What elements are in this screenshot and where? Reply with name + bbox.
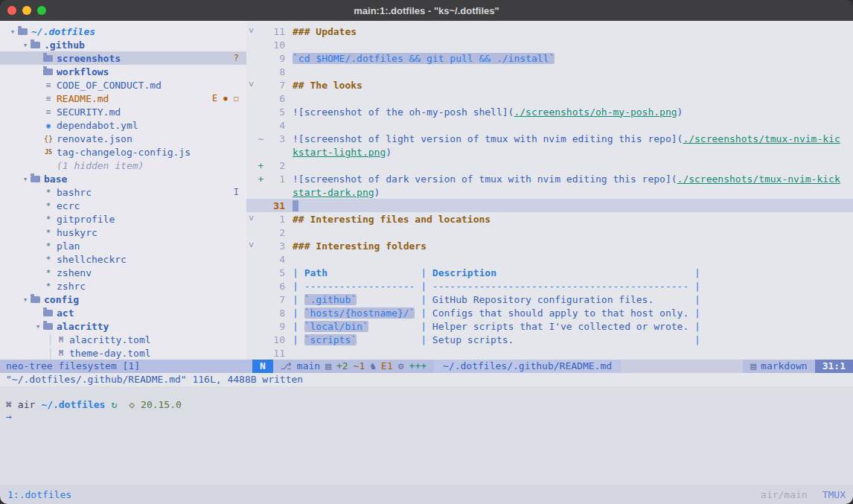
editor-line[interactable]: +2 xyxy=(246,159,853,172)
editor-line[interactable]: ˅7## The looks xyxy=(246,78,853,92)
tree-item-ecrc[interactable]: *ecrc xyxy=(0,199,246,212)
editor-line[interactable]: 2 xyxy=(246,226,853,239)
tree-item-dependabot-yml[interactable]: ◉dependabot.yml xyxy=(0,118,246,132)
zoom-button[interactable] xyxy=(37,6,46,15)
tree-item-zshrc[interactable]: *zshrc xyxy=(0,279,246,293)
tree-item-plan[interactable]: *plan xyxy=(0,239,246,252)
editor-line[interactable]: start-dark.png) xyxy=(246,185,853,199)
fold-open-icon[interactable]: ˅ xyxy=(246,214,256,225)
git-branch-icon: ⎇ xyxy=(281,360,292,373)
tree-item-label: ecrc xyxy=(57,200,80,211)
tree-item-huskyrc[interactable]: *huskyrc xyxy=(0,226,246,239)
editor-line[interactable]: 9`cd $HOME/.dotfiles && git pull && ./in… xyxy=(246,51,853,65)
shell-pane[interactable]: ⌘air~/.dotfiles↻◇20.15.0 → xyxy=(0,386,853,485)
fold-open-icon[interactable]: ˅ xyxy=(246,240,256,252)
folder-icon xyxy=(18,28,28,35)
editor-line[interactable]: ˅3### Interesting folders xyxy=(246,239,853,252)
command-line-message: "~/.dotfiles/.github/README.md" 116L, 44… xyxy=(0,373,853,386)
editor-line[interactable]: ˅11### Updates xyxy=(246,25,853,38)
fold-open-icon[interactable]: ˅ xyxy=(246,26,256,37)
tree-item-act[interactable]: act xyxy=(0,306,246,319)
tree-item-tag-changelog-config-js[interactable]: JStag-changelog-config.js xyxy=(0,145,246,159)
line-number: 4 xyxy=(266,254,285,265)
tree-item-badges: I xyxy=(234,187,246,197)
tree-item-readme-md[interactable]: ≡README.mdE●☐ xyxy=(0,92,246,105)
minimize-button[interactable] xyxy=(22,6,31,15)
line-text: ![screenshot of light version of tmux wi… xyxy=(285,133,840,144)
editor-line[interactable]: 8 xyxy=(246,65,853,78)
editor-line[interactable]: 8| `hosts/{hostname}/` | Configs that sh… xyxy=(246,306,853,319)
editor-line[interactable]: 4 xyxy=(246,252,853,266)
tree-item-alacritty[interactable]: ▾alacritty xyxy=(0,319,246,333)
editor-line[interactable]: 6| ------------------- | ---------------… xyxy=(246,279,853,293)
tree-item-label: alacritty xyxy=(57,321,109,332)
tree-item-zshenv[interactable]: *zshenv xyxy=(0,266,246,279)
hunk-indicator: +++ xyxy=(409,360,426,373)
chevron-down-icon[interactable]: ▾ xyxy=(20,174,31,184)
chevron-down-icon[interactable]: ▾ xyxy=(33,322,43,331)
neotree-panel[interactable]: ▾~/.dotfiles▾.githubscreenshots?workflow… xyxy=(0,21,246,360)
editor-line[interactable]: ˅1## Interesting files and locations xyxy=(246,212,853,226)
close-button[interactable] xyxy=(7,6,16,15)
line-number: 31 xyxy=(266,200,285,211)
unstaged-box: ☐ xyxy=(234,93,239,103)
editor-line[interactable]: 4 xyxy=(246,118,853,132)
chevron-down-icon[interactable]: ▾ xyxy=(20,295,31,304)
chevron-down-icon[interactable]: ▾ xyxy=(7,27,18,36)
editor-line[interactable]: 11 xyxy=(246,346,853,360)
tree-item-security-md[interactable]: ≡SECURITY.md xyxy=(0,105,246,118)
editor-line[interactable]: 10| `scripts` | Setup scripts. | xyxy=(246,333,853,346)
editor-line[interactable]: +1![screenshot of dark version of tmux w… xyxy=(246,172,853,185)
line-text: ![screenshot of the oh-my-posh shell](./… xyxy=(285,106,683,118)
fold-open-icon[interactable]: ˅ xyxy=(246,80,256,91)
editor-line[interactable]: 6 xyxy=(246,92,853,105)
md-file-icon: ≡ xyxy=(43,80,54,90)
editor-line[interactable]: 5![screenshot of the oh-my-posh shell](.… xyxy=(246,105,853,118)
tree-item-label: zshenv xyxy=(57,267,92,278)
filetype-label: markdown xyxy=(761,360,808,373)
tree-item-screenshots[interactable]: screenshots? xyxy=(0,51,246,65)
tmux-statusbar: 1:.dotfiles air/main TMUX xyxy=(0,485,853,504)
tree-item-dotfiles[interactable]: ▾~/.dotfiles xyxy=(0,25,246,38)
tmux-window-tab[interactable]: 1:.dotfiles xyxy=(7,489,71,500)
editor-line[interactable]: 5| Path | Description | xyxy=(246,266,853,279)
editor-line[interactable]: 10 xyxy=(246,38,853,51)
nvim-area: ▾~/.dotfiles▾.githubscreenshots?workflow… xyxy=(0,21,853,360)
status-row: neo-tree filesystem [1] N ⎇main▤+2~1♞E1⚙… xyxy=(0,360,853,373)
tree-item-1-hidden-item[interactable]: (1 hidden item) xyxy=(0,159,246,172)
mode-indicator: N xyxy=(252,360,273,373)
line-text: `cd $HOME/.dotfiles && git pull && ./ins… xyxy=(285,53,555,64)
neotree-statusline: neo-tree filesystem [1] xyxy=(0,360,252,373)
statusline-git-segment: ⎇main▤+2~1♞E1⚙+++ xyxy=(273,360,434,373)
tree-item-theme-day-toml[interactable]: │Mtheme-day.toml xyxy=(0,346,246,360)
chevron-down-icon[interactable]: ▾ xyxy=(20,40,31,50)
line-number: 6 xyxy=(266,93,285,104)
editor-panel[interactable]: ˅11### Updates109`cd $HOME/.dotfiles && … xyxy=(246,21,853,360)
tree-item-shellcheckrc[interactable]: *shellcheckrc xyxy=(0,252,246,266)
editor-line[interactable]: 31 xyxy=(246,199,853,212)
tree-item-config[interactable]: ▾config xyxy=(0,293,246,306)
tree-item-bashrc[interactable]: *bashrcI xyxy=(0,185,246,199)
tree-item-code-of-conduct-md[interactable]: ≡CODE_OF_CONDUCT.md xyxy=(0,78,246,92)
editor-line[interactable]: 7| `.github` | GitHub Repository configu… xyxy=(246,293,853,306)
tree-item-label: gitprofile xyxy=(57,214,115,225)
tree-item-renovate-json[interactable]: {}renovate.json xyxy=(0,132,246,145)
line-number: 8 xyxy=(266,66,285,77)
tree-item-alacritty-toml[interactable]: │Malacritty.toml xyxy=(0,333,246,346)
info-badge: I xyxy=(234,187,239,197)
line-number: 10 xyxy=(266,334,285,345)
untracked-badge: ? xyxy=(234,53,239,63)
folder-icon xyxy=(31,42,40,48)
line-number: 2 xyxy=(266,160,285,171)
editor-line[interactable]: kstart-light.png) xyxy=(246,145,853,159)
tree-item-workflows[interactable]: workflows xyxy=(0,65,246,78)
terminal-window: main:1:.dotfiles - "ks~/.dotfiles" ▾~/.d… xyxy=(0,0,853,504)
editor-line[interactable]: ~3![screenshot of light version of tmux … xyxy=(246,132,853,145)
editor-line[interactable]: 9| `local/bin` | Helper scripts that I'v… xyxy=(246,319,853,333)
tree-item-base[interactable]: ▾base xyxy=(0,172,246,185)
tree-item-gitprofile[interactable]: *gitprofile xyxy=(0,212,246,226)
folder-icon xyxy=(31,176,40,182)
tree-item-github[interactable]: ▾.github xyxy=(0,38,246,51)
line-text: ## Interesting files and locations xyxy=(285,214,491,225)
line-number: 3 xyxy=(266,133,285,144)
